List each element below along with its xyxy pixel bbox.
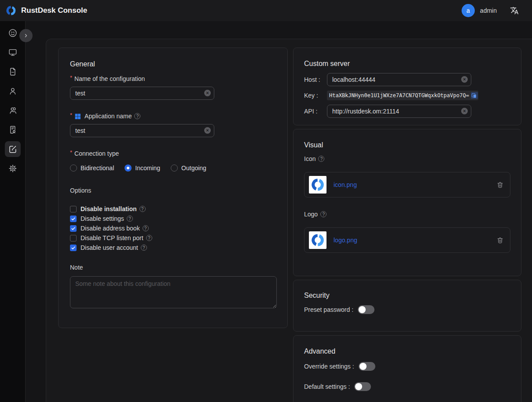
translate-icon[interactable] [510,6,519,15]
clear-icon[interactable] [204,90,211,96]
gear-icon [8,164,18,173]
checkbox-label: Disable settings [81,215,124,222]
sidebar-item-user-search[interactable] [5,102,21,118]
checkbox-icon [70,235,77,241]
connection-type-radios: Bidirectional Incoming Outgoing [70,163,276,173]
radio-label: Bidirectional [81,164,114,172]
default-settings-label: Default settings : [304,383,350,390]
api-row: API : [304,105,510,118]
app-name-label-row: * Application name [70,112,276,121]
help-icon[interactable] [139,206,146,212]
preset-password-toggle[interactable] [358,305,374,314]
help-icon[interactable] [141,245,147,251]
host-input[interactable] [327,73,471,86]
sidebar-item-users[interactable] [5,83,21,99]
sidebar-item-smiley[interactable] [5,25,21,41]
sidebar-item-configurations[interactable] [5,141,21,157]
note-field [70,276,277,310]
required-asterisk: * [70,150,72,155]
clear-icon[interactable] [461,76,468,83]
icon-file-link[interactable]: icon.png [334,181,357,188]
app-name-input[interactable] [70,124,214,137]
checkbox-disable-installation[interactable]: Disable installation [70,204,276,214]
custom-server-title: Custom server [304,60,510,68]
help-icon[interactable] [134,113,140,119]
brand: RustDesk Console [0,5,87,16]
host-label: Host : [304,76,327,83]
note-textarea[interactable] [70,276,277,308]
general-title: General [70,60,276,68]
checkbox-disable-user-account[interactable]: Disable user account [70,243,276,252]
required-asterisk: * [70,76,72,80]
api-field [327,105,471,118]
toggle-knob [359,306,366,313]
visual-card: Visual Icon icon.png [293,129,521,276]
api-input[interactable] [327,105,471,118]
checkbox-icon [70,216,77,222]
user-search-icon [8,106,18,115]
checkbox-disable-address-book[interactable]: Disable address book [70,223,276,233]
override-settings-toggle[interactable] [359,362,375,371]
checkbox-disable-settings[interactable]: Disable settings [70,214,276,223]
advanced-title: Advanced [304,347,510,355]
top-bar: RustDesk Console a admin [0,0,532,21]
override-settings-row: Override settings : [304,362,510,371]
custom-server-card: Custom server Host : Key : HtaXBkJNHyn0e… [293,48,521,125]
checkbox-label: Disable installation [81,205,137,212]
clear-icon[interactable] [204,127,211,134]
default-settings-toggle[interactable] [354,382,371,391]
config-name-input[interactable] [70,87,214,100]
icon-label-row: Icon [304,154,510,163]
radio-label: Outgoing [181,164,206,172]
windows-icon [74,113,81,120]
radio-outgoing[interactable]: Outgoing [171,164,206,172]
sidebar-item-audit[interactable] [5,122,21,138]
sidebar-collapse-button[interactable] [19,29,33,42]
app-name-label: Application name [84,113,132,120]
checkbox-disable-tcp-listen-port[interactable]: Disable TCP listen port [70,233,276,243]
icon-label: Icon [304,155,316,162]
clear-icon[interactable] [461,108,468,114]
general-card: General * Name of the configuration * Ap… [58,48,288,328]
main-content: General * Name of the configuration * Ap… [46,39,532,402]
checkbox-icon [70,245,77,251]
user-icon [8,86,18,96]
logo-file-link[interactable]: logo.png [334,237,357,244]
help-icon[interactable] [143,225,149,231]
checkbox-icon [70,206,77,212]
config-name-field [70,87,214,100]
app-title: RustDesk Console [21,6,87,15]
sidebar-item-devices[interactable] [5,44,21,60]
toggle-knob [355,383,362,390]
app-name-field [70,124,214,137]
edit-icon [8,144,18,154]
radio-incoming[interactable]: Incoming [125,164,160,172]
note-label: Note [70,263,276,272]
icon-file-row: icon.png [304,172,510,197]
username[interactable]: admin [480,7,497,14]
checkbox-label: Disable user account [81,244,138,251]
radio-bidirectional[interactable]: Bidirectional [70,164,114,172]
options-label: Options [70,186,276,195]
override-settings-label: Override settings : [304,363,354,370]
help-icon[interactable] [127,216,133,222]
preset-password-label: Preset password : [304,306,353,313]
logo-thumbnail [309,231,327,249]
trash-icon[interactable] [496,237,504,244]
host-field [327,73,471,86]
user-avatar[interactable]: a [462,4,475,17]
key-value: HtaXBkJNHyn0e1U1jWXze7A7CN7QTGWqxkOtpaVp… [329,92,469,99]
help-icon[interactable] [146,235,152,241]
copy-icon[interactable] [471,92,478,99]
audit-log-icon [8,125,18,135]
logo-file-row: logo.png [304,227,510,253]
sidebar-item-documents[interactable] [5,64,21,80]
connection-type-label-row: * Connection type [70,149,276,158]
help-icon[interactable] [318,156,324,162]
help-icon[interactable] [320,211,327,217]
chevron-right-icon [23,33,29,39]
document-icon [8,67,18,77]
sidebar-item-settings[interactable] [5,161,21,176]
default-settings-row: Default settings : [304,382,510,391]
trash-icon[interactable] [496,181,504,189]
